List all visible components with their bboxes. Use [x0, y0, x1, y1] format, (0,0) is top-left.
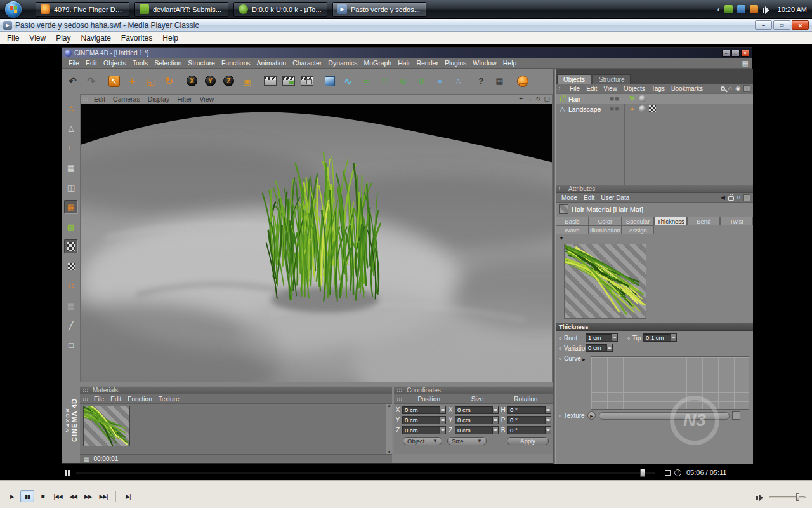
knife-tool-icon[interactable]: ╱ — [64, 318, 78, 332]
blue-tray-icon[interactable] — [737, 5, 745, 13]
volume-thumb[interactable] — [796, 493, 799, 501]
tab-twist[interactable]: Twist — [720, 217, 753, 225]
seek-thumb[interactable] — [640, 469, 645, 477]
attributes-menu-mode[interactable]: Mode — [558, 194, 580, 201]
drag-handle-icon[interactable] — [82, 388, 89, 392]
hair-preview[interactable] — [564, 244, 646, 319]
variation-spinner[interactable] — [607, 344, 613, 352]
tip-spinner[interactable] — [671, 333, 677, 342]
objects-menu-tags[interactable]: Tags — [648, 85, 668, 92]
close-button[interactable] — [792, 20, 809, 30]
menu-favorites[interactable]: Favorites — [116, 32, 157, 44]
attributes-menu-edit[interactable]: Edit — [580, 194, 598, 201]
tab-thickness[interactable]: Thickness — [654, 217, 687, 225]
home-icon[interactable]: ⌂ — [728, 85, 732, 91]
root-spinner[interactable] — [612, 333, 618, 342]
c4d-menu-render[interactable]: Render — [413, 58, 441, 67]
swf-pause-indicator-icon[interactable] — [65, 470, 70, 476]
render-active-objects-icon[interactable] — [279, 71, 298, 91]
c4d-menu-help[interactable]: Help — [500, 58, 520, 67]
c4d-menu-plugins[interactable]: Plugins — [442, 58, 469, 67]
play-button[interactable]: ▶ — [5, 490, 19, 502]
points-cluster-tool-icon[interactable]: ∷ — [64, 279, 78, 293]
tab-bend[interactable]: Bend — [687, 217, 720, 225]
c4d-close-button[interactable] — [741, 50, 749, 57]
cube-outline-tool-icon[interactable]: □ — [64, 338, 78, 352]
spinner[interactable] — [493, 406, 499, 414]
volume-icon[interactable] — [756, 493, 765, 501]
move-icon[interactable]: + — [123, 71, 141, 91]
fullscreen-icon[interactable] — [665, 470, 671, 476]
toggle-view-icon[interactable]: ▢ — [544, 96, 550, 102]
c4d-menu-animation[interactable]: Animation — [253, 58, 289, 67]
chevron-icon[interactable]: ‹ — [717, 5, 719, 13]
objects-menu-file[interactable]: File — [566, 85, 583, 92]
tab-specular[interactable]: Specular — [622, 217, 655, 225]
clone-grid-tool-icon[interactable]: ▩ — [64, 220, 78, 234]
root-field[interactable]: 1 cm — [586, 333, 618, 342]
viewport-menu-cameras[interactable]: Cameras — [109, 95, 144, 103]
object-row[interactable]: △Landscape▲ — [556, 104, 753, 114]
particles-icon[interactable]: ∴ — [449, 71, 468, 91]
rotate-view-icon[interactable]: ↻ — [535, 96, 540, 102]
drag-handle-icon[interactable] — [396, 388, 403, 392]
checker-tool-icon[interactable] — [64, 239, 78, 253]
c4d-menu-structure[interactable]: Structure — [185, 58, 218, 67]
viewport-menu-view[interactable]: View — [195, 95, 218, 103]
orange-tray-icon[interactable] — [750, 5, 758, 13]
x-axis-lock-icon[interactable]: X — [183, 71, 201, 91]
redo-icon[interactable]: ↷ — [82, 71, 100, 91]
position-x-field[interactable]: 0 cm — [402, 406, 446, 414]
deformer-icon[interactable]: ≈ — [357, 71, 376, 91]
c4d-maximize-button[interactable] — [731, 50, 740, 57]
render-view-icon[interactable] — [261, 71, 279, 91]
lock-icon[interactable] — [728, 196, 734, 201]
metaball-icon[interactable]: ● — [431, 71, 449, 91]
spinner[interactable] — [440, 416, 446, 424]
drag-handle-icon[interactable] — [396, 397, 403, 401]
menu-help[interactable]: Help — [157, 32, 183, 44]
snapshot-icon[interactable]: 8 — [737, 195, 740, 201]
y-axis-lock-icon[interactable]: Y — [201, 71, 219, 91]
live-selection-icon[interactable]: ↖ — [105, 71, 123, 91]
c4d-menu-objects[interactable]: Objects — [100, 58, 129, 67]
spinner[interactable] — [440, 406, 446, 414]
materials-scrollbar[interactable]: ▲▼ — [386, 404, 392, 454]
zoom-view-icon[interactable]: ↔ — [526, 96, 532, 102]
drag-handle-icon[interactable] — [82, 97, 89, 102]
increase-rate-button[interactable]: ▶▶ — [81, 490, 95, 502]
position-z-field[interactable]: 0 cm — [402, 426, 446, 434]
spinner[interactable] — [493, 426, 499, 434]
c4d-menu-dynamics[interactable]: Dynamics — [325, 58, 360, 67]
viewport-menu-filter[interactable]: Filter — [173, 95, 195, 103]
c4d-menu-hair[interactable]: Hair — [395, 58, 413, 67]
menu-navigate[interactable]: Navigate — [75, 32, 115, 44]
visibility-dots[interactable] — [610, 97, 619, 100]
c4d-menu-selection[interactable]: Selection — [151, 58, 185, 67]
tab-illumination[interactable]: Illumination — [589, 225, 622, 234]
viewport-menu-edit[interactable]: Edit — [90, 95, 109, 103]
info-icon[interactable] — [674, 469, 681, 476]
taskbar-button[interactable]: D:0.0 k U:0.0 k - µTo... — [233, 2, 327, 17]
taskbar-button[interactable]: 4079. Five Finger De... — [36, 2, 129, 17]
texture-browse-button[interactable] — [587, 411, 596, 420]
z-axis-lock-icon[interactable]: Z — [219, 71, 238, 91]
thickness-curve-editor[interactable] — [591, 356, 749, 410]
material-tag[interactable] — [638, 95, 646, 103]
hair-material-thumbnail[interactable] — [83, 406, 130, 446]
size-z-field[interactable]: 0 cm — [455, 426, 499, 434]
tip-field[interactable]: 0.1 cm — [643, 333, 677, 342]
render-settings-icon[interactable] — [298, 71, 316, 91]
spline-icon[interactable]: ∿ — [339, 71, 357, 91]
viewport[interactable] — [80, 104, 553, 382]
c4d-menu-character[interactable]: Character — [289, 58, 325, 67]
c4d-menu-functions[interactable]: Functions — [218, 58, 254, 67]
clock[interactable]: 10:20 AM — [778, 6, 807, 13]
hair-material-tag[interactable]: Ψ — [628, 95, 636, 103]
objects-menu-objects[interactable]: Objects — [620, 85, 648, 92]
globe-icon[interactable] — [513, 71, 532, 91]
layout-icon[interactable]: ▦ — [490, 71, 509, 91]
volume-tray-icon[interactable] — [763, 5, 771, 13]
drag-handle-icon[interactable] — [558, 86, 565, 91]
objects-menu-bookmarks[interactable]: Bookmarks — [668, 85, 706, 92]
